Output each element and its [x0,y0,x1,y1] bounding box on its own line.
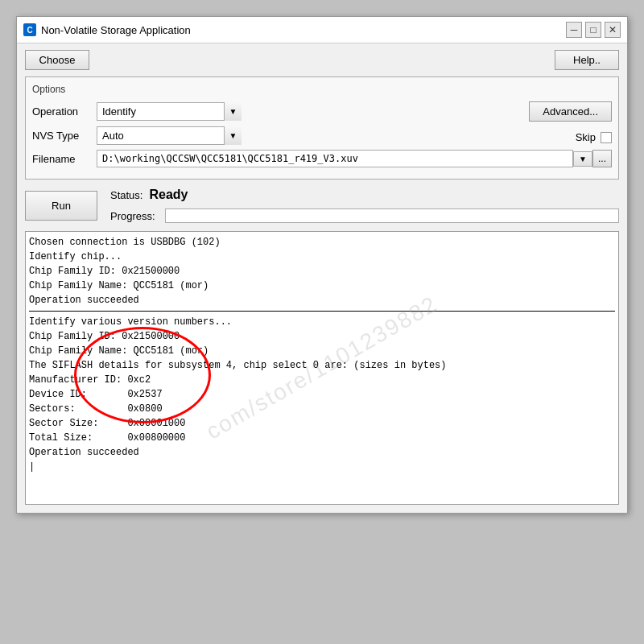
progress-row: Progress: [110,208,619,223]
title-bar: C Non-Volatile Storage Application ─ □ ✕ [17,17,627,43]
maximize-button[interactable]: □ [585,22,601,38]
log-line: Identify chip... [29,250,615,264]
log-line: Chip Family Name: QCC5181 (mor) [29,279,615,293]
log-line: Chip Family ID: 0x21500000 [29,329,615,344]
title-bar-left: C Non-Volatile Storage Application [23,23,191,36]
nvs-type-control-area: Auto NVM Flash ▼ [97,126,576,145]
window-title: Non-Volatile Storage Application [41,24,191,36]
options-title: Options [32,84,612,95]
nvs-type-select-wrapper: Auto NVM Flash ▼ [97,126,242,145]
nvs-type-label: NVS Type [32,130,97,142]
nvs-type-select[interactable]: Auto NVM Flash [97,126,242,145]
log-line: Chip Family ID: 0x21500000 [29,264,615,279]
browse-button[interactable]: ... [592,150,612,167]
log-divider [29,311,615,312]
progress-label: Progress: [110,210,159,222]
operation-control-area: Identify Program Erase Verify ▼ [97,102,529,121]
skip-label: Skip [576,131,596,143]
skip-row: Skip [576,131,612,143]
progress-bar-container [165,208,619,223]
status-area: Status: Ready Progress: [110,188,619,223]
status-label: Status: [110,189,142,201]
log-line: Chosen connection is USBDBG (102) [29,235,615,250]
title-buttons: ─ □ ✕ [566,22,621,38]
log-line: Manufacturer ID: 0xc2 [29,373,615,387]
run-area: Run Status: Ready Progress: [25,188,619,223]
log-line: Sectors: 0x0800 [29,402,615,416]
operation-select[interactable]: Identify Program Erase Verify [97,102,242,121]
main-window: C Non-Volatile Storage Application ─ □ ✕… [16,16,628,514]
log-line: Sector Size: 0x00001000 [29,416,615,431]
log-line: Chip Family Name: QCC5181 (mor) [29,344,615,358]
filename-dropdown-icon[interactable]: ▼ [573,151,592,167]
log-area[interactable]: com/store/1101239882 Chosen connection i… [25,231,619,505]
log-line: Operation succeeded [29,445,615,460]
log-line: Total Size: 0x00800000 [29,431,615,445]
advanced-button[interactable]: Advanced... [529,101,612,122]
filename-row: Filename ▼ ... [32,150,612,167]
filename-input[interactable] [97,150,573,167]
operation-label: Operation [32,105,97,118]
toolbar: Choose Help.. [17,43,627,76]
skip-checkbox[interactable] [601,132,612,143]
operation-select-wrapper: Identify Program Erase Verify ▼ [97,102,242,121]
status-row: Status: Ready [110,188,619,202]
log-line: Identify various version numbers... [29,315,615,329]
app-icon: C [23,23,36,36]
log-line: | [29,460,615,474]
operation-row: Operation Identify Program Erase Verify … [32,101,612,122]
choose-button[interactable]: Choose [25,50,89,70]
filename-label: Filename [32,153,97,165]
options-section: Options Operation Identify Program Erase… [25,76,619,180]
nvs-type-row: NVS Type Auto NVM Flash ▼ Skip [32,126,612,145]
run-btn-container: Run [25,188,97,221]
log-line: The SIFLASH details for subsystem 4, chi… [29,358,615,373]
minimize-button[interactable]: ─ [566,22,582,38]
status-value: Ready [149,188,188,202]
log-line: Operation succeeded [29,293,615,308]
filename-control-area: ▼ ... [97,150,612,167]
log-line: Device ID: 0x2537 [29,387,615,402]
close-button[interactable]: ✕ [605,22,621,38]
run-button[interactable]: Run [25,191,97,221]
help-button[interactable]: Help.. [555,50,619,70]
